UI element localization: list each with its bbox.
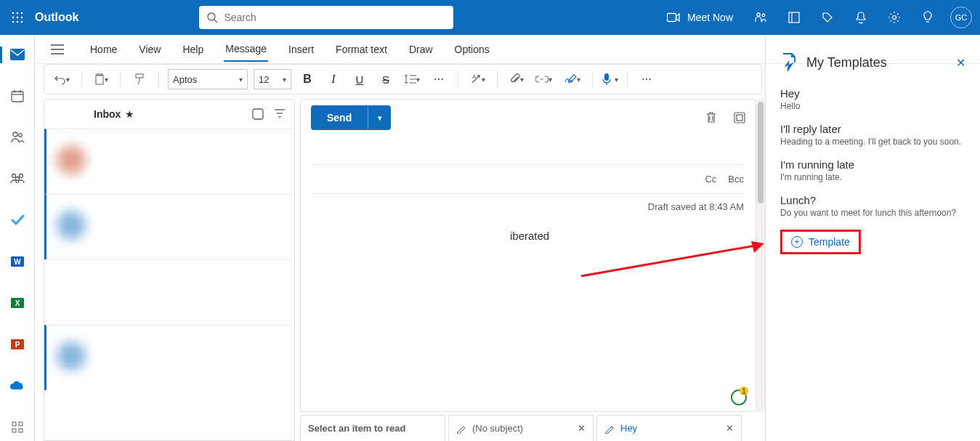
message-item[interactable] [44, 259, 294, 325]
teams-icon[interactable] [745, 0, 777, 35]
bell-icon[interactable] [845, 0, 877, 35]
search-box[interactable] [199, 6, 453, 29]
tab-home[interactable]: Home [89, 38, 118, 61]
note-icon[interactable] [778, 0, 810, 35]
people-rail-icon[interactable] [0, 124, 35, 152]
chevron-down-icon: ▾ [548, 76, 552, 84]
svg-rect-19 [12, 92, 23, 102]
tab-message[interactable]: Message [224, 37, 268, 62]
message-item[interactable] [44, 129, 294, 194]
more-commands-button[interactable]: ⋯ [636, 68, 657, 91]
attach-button[interactable]: ▾ [506, 68, 527, 91]
svg-rect-48 [604, 73, 609, 81]
grammarly-badge[interactable] [731, 389, 747, 405]
groups-rail-icon[interactable] [0, 165, 35, 193]
bold-button[interactable]: B [297, 68, 317, 91]
favorite-star-icon[interactable]: ★ [125, 108, 134, 120]
tag-icon[interactable] [811, 0, 843, 35]
svg-point-2 [21, 12, 23, 15]
format-painter-button[interactable] [129, 68, 150, 91]
filter-icon[interactable] [274, 108, 286, 120]
add-template-button[interactable]: + Template [780, 230, 861, 254]
close-tab-icon[interactable]: ✕ [726, 423, 734, 434]
dictate-button[interactable]: ▾ [602, 73, 618, 86]
send-options-button[interactable]: ▾ [368, 105, 391, 130]
paste-button[interactable]: ▾ [91, 68, 111, 91]
cc-button[interactable]: Cc [705, 174, 716, 185]
svg-text:W: W [14, 258, 21, 266]
chevron-down-icon: ▾ [66, 76, 70, 84]
app-launcher-icon[interactable] [0, 0, 35, 35]
more-apps-rail-icon[interactable] [0, 413, 35, 441]
meet-now-button[interactable]: Meet Now [663, 12, 743, 23]
to-field-row[interactable] [312, 136, 744, 165]
close-pane-icon[interactable]: ✕ [956, 56, 965, 70]
tab-help[interactable]: Help [181, 38, 205, 61]
toggle-folder-pane-icon[interactable] [45, 44, 70, 54]
bcc-button[interactable]: Bcc [728, 174, 744, 185]
strikethrough-button[interactable]: S [376, 68, 396, 91]
compose-tab-2[interactable]: Hey ✕ [596, 415, 742, 441]
popout-icon[interactable] [734, 112, 745, 124]
message-item[interactable] [44, 325, 294, 390]
template-item[interactable]: Hey Hello [780, 87, 965, 111]
bottom-tabs: Select an item to read (No subject) ✕ He… [300, 415, 756, 441]
link-button[interactable]: ▾ [532, 68, 555, 91]
templates-pane: My Templates ✕ Hey Hello I'll reply late… [765, 35, 980, 441]
word-rail-icon[interactable]: W [0, 248, 35, 276]
plus-circle-icon: + [791, 236, 803, 248]
tips-icon[interactable] [912, 0, 944, 35]
underline-button[interactable]: U [349, 68, 370, 91]
compose-tab-1[interactable]: (No subject) ✕ [448, 415, 594, 441]
svg-point-24 [18, 134, 22, 137]
chevron-down-icon: ▾ [615, 76, 618, 84]
message-item[interactable] [44, 194, 294, 259]
scrollbar[interactable] [756, 99, 765, 412]
select-all-icon[interactable] [252, 108, 264, 120]
undo-button[interactable]: ▾ [52, 68, 73, 91]
svg-rect-43 [136, 74, 143, 78]
font-family-select[interactable]: Aptos▾ [168, 69, 248, 89]
svg-rect-36 [12, 429, 16, 432]
calendar-rail-icon[interactable] [0, 82, 35, 110]
template-item[interactable]: Lunch? Do you want to meet for lunch thi… [780, 194, 965, 218]
tab-options[interactable]: Options [453, 38, 491, 61]
scroll-thumb[interactable] [758, 102, 764, 203]
message-body[interactable]: iberated [301, 219, 756, 252]
send-button[interactable]: Send [311, 105, 368, 130]
svg-point-8 [21, 21, 23, 23]
tab-view[interactable]: View [137, 38, 162, 61]
styles-button[interactable]: A▾ [467, 68, 488, 91]
titlebar: Outlook Meet Now GC [0, 0, 980, 35]
delete-draft-icon[interactable] [706, 112, 716, 124]
svg-point-26 [19, 174, 23, 178]
chevron-down-icon: ▾ [482, 76, 485, 84]
todo-rail-icon[interactable] [0, 206, 35, 235]
body-fragment: iberated [510, 230, 549, 242]
font-size-select[interactable]: 12▾ [254, 69, 291, 89]
message-list-pane: Inbox ★ [44, 99, 295, 441]
search-input[interactable] [224, 12, 446, 23]
excel-rail-icon[interactable]: X [0, 288, 35, 317]
account-avatar[interactable]: GC [945, 0, 977, 35]
italic-button[interactable]: I [323, 68, 344, 91]
tab-insert[interactable]: Insert [287, 38, 315, 61]
tab-draw[interactable]: Draw [408, 38, 434, 61]
template-item[interactable]: I'll reply later Heading to a meeting. I… [780, 123, 965, 147]
template-item[interactable]: I'm running late I'm running late. [780, 158, 965, 182]
chevron-down-icon: ▾ [105, 76, 108, 84]
close-tab-icon[interactable]: ✕ [578, 423, 586, 434]
meet-now-label: Meet Now [687, 12, 733, 23]
gear-icon[interactable] [878, 0, 910, 35]
svg-rect-18 [10, 49, 25, 60]
svg-point-25 [12, 174, 15, 178]
signature-button[interactable]: ▾ [561, 68, 583, 91]
more-formatting-button[interactable]: ⋯ [429, 68, 449, 91]
line-spacing-button[interactable]: ▾ [402, 68, 423, 91]
tab-format-text[interactable]: Format text [334, 38, 389, 61]
svg-point-4 [17, 17, 19, 19]
left-rail: W X P [0, 35, 35, 441]
powerpoint-rail-icon[interactable]: P [0, 330, 35, 358]
onedrive-rail-icon[interactable] [0, 371, 35, 400]
mail-rail-icon[interactable] [0, 41, 35, 69]
